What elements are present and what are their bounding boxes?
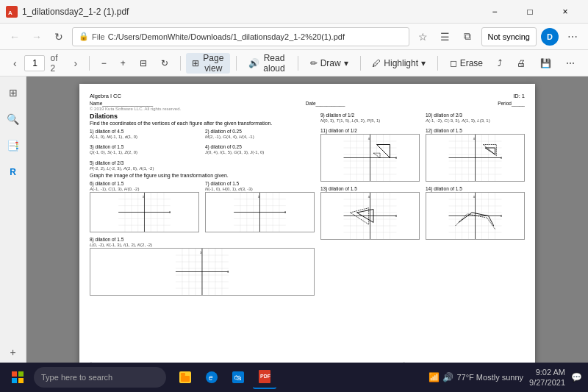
sidebar-bookmarks-icon[interactable]: 📑 <box>3 135 24 156</box>
refresh-button[interactable]: ↻ <box>50 28 68 46</box>
problem-6: 6) dilation of 1.5 A(-1, -1), C(1, 3), H… <box>90 181 199 232</box>
toolbar-sep-2 <box>180 56 181 71</box>
svg-rect-131 <box>181 373 185 376</box>
taskbar-app-store[interactable]: 🛍 <box>226 366 250 389</box>
page-view-button[interactable]: ⊞ Page view <box>186 53 230 74</box>
graph-7: 3 3 <box>205 192 315 232</box>
svg-text:PDF: PDF <box>260 374 271 379</box>
title-bar: A 1_dilationsday2_1-2 (1).pdf − □ × <box>0 0 588 24</box>
graphs-13-14: 13) dilation of 1.5 <box>320 186 525 242</box>
bottom-copyright-right: © 2013 Kuta Software LLC. All rights res… <box>403 362 525 363</box>
collections-button[interactable]: ☰ <box>436 27 455 46</box>
taskbar-clock[interactable]: 9:02 AM 9/27/2021 <box>529 367 565 388</box>
network-icon[interactable]: 📶 <box>429 372 440 382</box>
page-nav-group: ‹ of 2 › <box>7 53 83 74</box>
star-button[interactable]: ☆ <box>414 27 433 46</box>
svg-text:4: 4 <box>368 196 370 199</box>
svg-text:4: 4 <box>501 215 502 218</box>
print-button[interactable]: 🖨 <box>511 53 531 74</box>
total-pages: of 2 <box>50 53 62 74</box>
worksheet-title: Dilations <box>90 113 315 120</box>
sidebar-thumbnails-icon[interactable]: ⊞ <box>3 82 24 103</box>
period-field: Period_____ <box>498 101 525 106</box>
pdf-app-icon: A <box>6 6 18 18</box>
svg-text:🛍: 🛍 <box>234 374 242 382</box>
sidebar-add-icon[interactable]: + <box>3 342 24 363</box>
draw-button[interactable]: ✏ Draw ▾ <box>304 53 354 74</box>
instruction-1: Find the coordinates of the vertices of … <box>90 121 315 126</box>
read-aloud-button[interactable]: 🔊 Read aloud <box>243 53 292 74</box>
profile-avatar[interactable]: D <box>541 28 559 46</box>
sidebar-r-icon[interactable]: R <box>3 162 24 182</box>
back-button[interactable]: ← <box>6 28 24 46</box>
problem-7: 7) dilation of 1.5 N(-1, 0), H(0, 1), d(… <box>205 181 315 232</box>
zoom-out-button[interactable]: − <box>96 53 112 74</box>
volume-icon[interactable]: 🔊 <box>442 372 453 382</box>
problem-14: 14) dilation of 1.5 <box>426 186 525 240</box>
page-number-input[interactable] <box>24 55 45 71</box>
svg-text:3: 3 <box>258 196 259 199</box>
fit-page-button[interactable]: ⊟ <box>134 53 153 74</box>
minimize-button[interactable]: − <box>478 0 512 24</box>
copyright: © 2019 Kuta Software LLC. All rights res… <box>90 107 525 111</box>
address-actions: ☆ ☰ ⧉ <box>414 27 477 46</box>
svg-rect-130 <box>181 376 190 382</box>
read-aloud-label: Read aloud <box>262 53 286 74</box>
problem-13: 13) dilation of 1.5 <box>320 186 420 240</box>
toolbar-sep-5 <box>360 56 361 71</box>
maximize-button[interactable]: □ <box>513 0 547 24</box>
taskbar-app-edge[interactable]: e <box>200 366 223 389</box>
pdf-viewer: Algebra I CC ID: 1 Name_________________… <box>26 76 588 363</box>
next-page-button[interactable]: › <box>68 54 83 72</box>
toolbar-sep-3 <box>236 56 237 71</box>
graph-11: 4 4 <box>320 134 420 182</box>
clock-time: 9:02 AM <box>529 367 565 377</box>
erase-button[interactable]: ◻ Erase <box>444 53 489 74</box>
highlight-button[interactable]: 🖊 Highlight ▾ <box>366 53 431 74</box>
window-title: 1_dilationsday2_1-2 (1).pdf <box>22 7 129 17</box>
title-bar-left: A 1_dilationsday2_1-2 (1).pdf <box>6 6 129 18</box>
extensions-button[interactable]: ⧉ <box>458 27 477 46</box>
problem-1: 1) dilation of 4.5 A(-1, 0), M(-1, 1), d… <box>90 129 199 140</box>
taskbar-app-pdf[interactable]: PDF <box>253 366 276 389</box>
start-button[interactable] <box>6 366 29 389</box>
sidebar-search-icon[interactable]: 🔍 <box>3 109 24 129</box>
more-tools-button[interactable]: ⋯ <box>560 53 581 74</box>
address-field[interactable]: 🔒 File C:/Users/DemonWhite/Downloads/1_d… <box>72 27 409 46</box>
save-button[interactable]: 💾 <box>534 53 557 74</box>
share-button[interactable]: ⤴ <box>492 53 508 74</box>
svg-text:4: 4 <box>368 138 370 140</box>
toolbar-sep-4 <box>298 56 298 71</box>
toolbar-sep-6 <box>437 56 438 71</box>
zoom-in-button[interactable]: + <box>115 53 132 74</box>
page-id: ID: 1 <box>513 93 525 99</box>
taskbar-search-input[interactable] <box>34 367 166 388</box>
svg-text:3: 3 <box>284 211 286 214</box>
svg-text:3: 3 <box>200 252 201 254</box>
notification-icon[interactable]: 💬 <box>571 372 582 382</box>
text-problems-grid: 1) dilation of 4.5 A(-1, 0), M(-1, 1), d… <box>90 129 315 157</box>
svg-text:3: 3 <box>143 196 144 199</box>
erase-label: Erase <box>460 58 483 68</box>
svg-text:3: 3 <box>227 271 229 274</box>
svg-text:3: 3 <box>169 211 171 214</box>
highlight-icon: 🖊 <box>372 58 381 68</box>
weather-display: 77°F Mostly sunny <box>456 373 523 382</box>
problem-2: 2) dilation of 0.25 M(2, -1), G(4, 4), H… <box>205 129 315 140</box>
close-button[interactable]: × <box>548 0 582 24</box>
forward-button[interactable]: → <box>28 28 46 46</box>
prev-page-button[interactable]: ‹ <box>7 54 22 72</box>
settings-button[interactable]: ⋯ <box>563 27 582 46</box>
not-syncing-label: Not syncing <box>488 32 530 41</box>
name-field: Name___________________ <box>90 101 153 106</box>
window-controls: − □ × <box>478 0 582 24</box>
not-syncing-button[interactable]: Not syncing <box>481 27 537 46</box>
pdf-page-header: Algebra I CC ID: 1 <box>90 93 525 99</box>
draw-label: Draw <box>320 58 341 68</box>
bottom-bar: © 2013 Kuta Software LLC. All rights res… <box>90 362 525 363</box>
problem-10: 10) dilation of 2/3 A(-1, -2), C(-3, 3),… <box>426 113 525 124</box>
taskbar-app-explorer[interactable] <box>173 366 197 389</box>
graphs-11-12: 11) dilation of 1/2 <box>320 128 525 184</box>
rotate-button[interactable]: ↻ <box>155 53 174 74</box>
erase-icon: ◻ <box>450 58 457 68</box>
